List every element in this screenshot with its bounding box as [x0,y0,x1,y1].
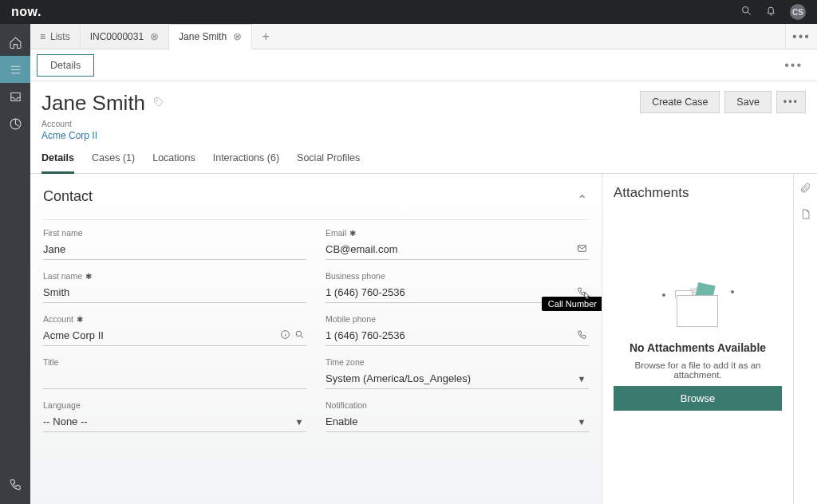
tab-locations[interactable]: Locations [152,152,195,173]
tabbar-overflow[interactable]: ••• [785,24,817,49]
section-overflow[interactable]: ••• [784,58,811,73]
svg-rect-12 [578,245,586,251]
create-case-button[interactable]: Create Case [640,91,720,113]
field-mobile-phone: Mobile phone Call Number [326,314,589,346]
title-input[interactable] [43,371,306,386]
svg-line-1 [748,12,750,14]
tab-lists[interactable]: ≡ Lists [30,24,81,49]
no-attachments-title: No Attachments Available [630,341,766,354]
collapse-icon[interactable]: ⌃ [577,192,587,207]
timezone-select[interactable]: System (America/Los_Angeles) [326,371,574,386]
tab-social[interactable]: Social Profiles [297,152,360,173]
document-icon[interactable] [799,208,811,223]
attachments-panel: Attachments No Attachments Available Bro… [602,174,793,504]
section-tab-row: Details ••• [30,49,817,81]
no-attachments-sub: Browse for a file to add it as an attach… [618,360,778,380]
chevron-down-icon[interactable]: ▼ [292,417,306,427]
tab-contact-label: Jane Smith [179,31,227,42]
tab-incident-label: INC0000031 [90,31,144,42]
nav-home[interactable] [0,29,30,56]
close-icon[interactable]: ⊗ [233,30,242,42]
call-icon[interactable] [574,329,589,342]
tab-contact[interactable]: Jane Smith ⊗ [169,24,252,49]
field-email: Email✱ [326,228,589,260]
field-first-name: First name [43,228,306,260]
nav-lists[interactable] [0,56,30,83]
notification-select[interactable]: Enable [326,414,574,429]
nav-phone[interactable] [0,471,30,498]
section-tab-details[interactable]: Details [37,54,94,77]
phone-icon[interactable] [574,286,589,299]
tab-details[interactable]: Details [41,152,74,174]
search-icon[interactable] [740,5,752,20]
new-tab-button[interactable]: + [252,24,279,49]
nav-analytics[interactable] [0,110,30,137]
brand-logo: now. [11,5,41,19]
field-timezone: Time zone System (America/Los_Angeles) ▼ [326,357,589,389]
nav-inbox[interactable] [0,83,30,110]
field-account: Account✱ [43,314,306,346]
field-title: Title [43,357,306,389]
svg-point-0 [743,6,749,13]
chevron-down-icon[interactable]: ▼ [574,374,589,384]
attachments-heading: Attachments [614,185,782,201]
notification-icon[interactable] [765,5,777,20]
form-col-left: First name Last name✱ Account✱ [43,228,306,432]
business-phone-input[interactable] [326,285,574,300]
workspace-tabbar: ≡ Lists INC0000031 ⊗ Jane Smith ⊗ + ••• [30,24,817,49]
brand-bar: now. CS [0,0,817,24]
record-header: Jane Smith Account Acme Corp II Create C… [30,81,817,141]
tab-cases[interactable]: Cases (1) [92,152,135,173]
page-title: Jane Smith [41,91,630,116]
form-col-right: Email✱ Business phone [326,228,589,432]
field-notification: Notification Enable ▼ [326,400,589,432]
tag-icon[interactable] [153,96,164,110]
svg-point-6 [156,100,158,101]
main-content: Details ••• Jane Smith Account Acme Corp… [30,49,817,504]
language-select[interactable]: -- None -- [43,414,292,429]
svg-point-10 [296,331,302,337]
last-name-input[interactable] [43,285,306,300]
attachment-icon[interactable] [799,182,811,197]
lookup-icon[interactable] [292,329,306,342]
avatar[interactable]: CS [790,4,806,20]
record-tabs: Details Cases (1) Locations Interactions… [30,141,817,174]
field-business-phone: Business phone [326,271,589,303]
form-area: Contact ⌃ First name Last name✱ Account✱ [30,174,602,504]
svg-line-11 [301,336,303,338]
close-icon[interactable]: ⊗ [150,30,159,42]
account-link[interactable]: Acme Corp II [41,130,630,141]
left-nav-rail [0,24,30,504]
field-last-name: Last name✱ [43,271,306,303]
header-more-button[interactable]: ••• [776,91,806,113]
account-input[interactable] [43,328,278,343]
info-icon[interactable] [278,329,292,342]
field-language: Language -- None -- ▼ [43,400,306,432]
right-action-rail [793,174,817,504]
mobile-phone-input[interactable] [326,328,574,343]
account-label: Account [41,119,630,128]
first-name-input[interactable] [43,242,306,257]
save-button[interactable]: Save [724,91,772,113]
email-input[interactable] [326,242,574,257]
chevron-down-icon[interactable]: ▼ [574,417,589,427]
contact-heading: Contact [43,188,93,205]
attachments-illustration [662,284,734,332]
mail-icon[interactable] [574,243,589,256]
browse-button[interactable]: Browse [614,386,782,411]
tab-lists-label: Lists [50,31,70,42]
tab-incident[interactable]: INC0000031 ⊗ [81,24,169,49]
tab-interactions[interactable]: Interactions (6) [213,152,279,173]
